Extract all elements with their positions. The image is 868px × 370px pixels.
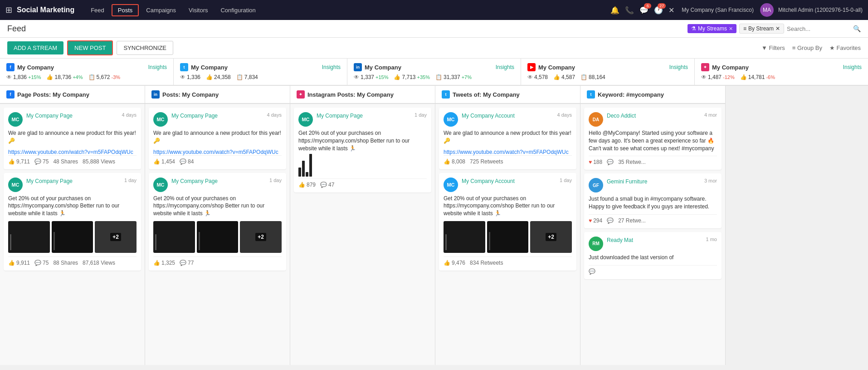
- post-time: 4 days: [122, 112, 137, 118]
- image-count-overlay: +2: [546, 233, 556, 241]
- post-likes: 👍 8,008: [444, 158, 465, 165]
- like-icon: 👍: [444, 260, 450, 266]
- post-likes: 👍 1,454: [153, 158, 175, 165]
- post-comments: 💬 75: [34, 260, 49, 266]
- nav-feed[interactable]: Feed: [85, 5, 110, 15]
- metric-value: 88,164: [589, 74, 605, 80]
- search-button[interactable]: 🔍: [853, 25, 861, 32]
- user-avatar[interactable]: MA: [760, 3, 774, 17]
- post-card-header: MC My Company Account 1 day: [444, 178, 572, 192]
- post-images: +2: [444, 221, 572, 253]
- stream-title: Posts: My Company: [162, 91, 219, 98]
- post-link[interactable]: https://www.youtube.com/watch?v=m5FAPOdq…: [444, 149, 569, 155]
- post-card: MC My Company Page 1 day Get 20% out of …: [149, 173, 286, 271]
- metric-value: 31,337: [444, 74, 460, 80]
- kw-author[interactable]: Deco Addict: [607, 113, 636, 119]
- post-time: 4 days: [267, 112, 282, 118]
- post-meta: My Company Page 1 day: [26, 178, 137, 184]
- metric-value: 7,834: [244, 74, 258, 80]
- post-image-2: [52, 221, 93, 253]
- stat-metric: 👍 24,358: [206, 74, 231, 80]
- close-icon[interactable]: ✕: [668, 6, 674, 15]
- post-author[interactable]: My Company Account: [462, 113, 515, 119]
- chart-bar: [298, 168, 301, 177]
- insights-link[interactable]: Insights: [843, 64, 862, 70]
- kw-comments: 💬: [607, 159, 614, 165]
- kw-author[interactable]: Gemini Furniture: [607, 178, 647, 185]
- insights-link[interactable]: Insights: [148, 64, 167, 70]
- post-link[interactable]: https://www.youtube.com/watch?v=m5FAPOdq…: [8, 149, 133, 155]
- filter-my-streams-close[interactable]: ✕: [729, 26, 733, 32]
- kw-stats: ♥ 188 💬 35 Retwe...: [589, 156, 717, 165]
- insights-link[interactable]: Insights: [322, 64, 341, 70]
- kw-content: Just downloaded the last version of: [589, 254, 717, 261]
- nav-configuration[interactable]: Configuration: [215, 5, 261, 15]
- stat-card-yt: ▶ My Company Insights 👁 4,578 👍 4,587 📋 …: [521, 59, 695, 85]
- filter-by-stream[interactable]: ≡ By Stream ✕: [739, 24, 784, 34]
- post-author[interactable]: My Company Page: [317, 113, 363, 119]
- post-image-overlay: +2: [95, 221, 137, 253]
- post-card: MC My Company Page 4 days We are glad to…: [4, 108, 141, 169]
- stream-body: MC My Company Page 4 days We are glad to…: [0, 104, 145, 365]
- nav-visitors[interactable]: Visitors: [183, 5, 213, 15]
- clock-icon[interactable]: 🕐 27: [654, 6, 663, 15]
- page-title: Feed: [7, 24, 684, 34]
- metric-icon: 👁: [354, 74, 359, 80]
- stream-platform-icon: t: [442, 90, 450, 99]
- metric-icon: 👍: [740, 74, 747, 80]
- post-author[interactable]: My Company Page: [26, 178, 73, 184]
- user-info[interactable]: Mitchell Admin (12002976-15-0-all): [778, 7, 863, 13]
- stat-metric: 📋 7,834: [236, 74, 258, 80]
- stat-metric: 👁 4,578: [527, 74, 548, 80]
- post-likes: 👍 1,325: [153, 260, 175, 266]
- nav-posts[interactable]: Posts: [112, 4, 139, 16]
- like-icon: 👍: [298, 182, 305, 188]
- metric-change: +7%: [462, 74, 472, 80]
- post-author[interactable]: My Company Page: [171, 178, 218, 184]
- filters-action[interactable]: ▼ Filters: [761, 44, 785, 51]
- chat-icon[interactable]: 💬 6: [639, 6, 649, 15]
- groupby-action[interactable]: ≡ Group By: [792, 44, 822, 51]
- post-time: 1 day: [124, 178, 137, 183]
- filter-my-streams[interactable]: ⚗ My Streams ✕: [688, 24, 736, 33]
- nav-campaigns[interactable]: Campaigns: [141, 5, 181, 15]
- new-post-button[interactable]: NEW POST: [67, 40, 113, 55]
- sync-button[interactable]: SYNCHRONIZE: [117, 41, 173, 55]
- search-input[interactable]: [787, 25, 850, 32]
- post-shares: 48 Shares: [53, 158, 78, 165]
- chart-bar: [309, 154, 312, 177]
- stream-platform-icon: t: [587, 90, 595, 99]
- comment-icon: 💬: [34, 260, 41, 266]
- bell-icon[interactable]: 🔔: [610, 6, 619, 15]
- stat-card-fb: f My Company Insights 👁 1,836 +15% 👍 18,…: [0, 59, 174, 85]
- post-card-header: MC My Company Page 1 day: [153, 178, 282, 192]
- post-author[interactable]: My Company Account: [462, 178, 515, 184]
- post-author[interactable]: My Company Page: [26, 113, 73, 119]
- add-stream-button[interactable]: ADD A STREAM: [7, 41, 63, 54]
- post-avatar: MC: [8, 112, 23, 127]
- action-right: ▼ Filters ≡ Group By ★ Favorites: [761, 44, 861, 51]
- kw-author[interactable]: Ready Mat: [607, 237, 633, 243]
- insights-link[interactable]: Insights: [669, 64, 688, 70]
- post-stats: 👍 879💬 47: [298, 178, 427, 188]
- post-link[interactable]: https://www.youtube.com/watch?v=m5FAPOdq…: [153, 149, 278, 155]
- metric-icon: 👁: [6, 74, 12, 80]
- post-avatar: MC: [444, 112, 458, 127]
- phone-icon[interactable]: 📞: [625, 6, 634, 15]
- stat-metric: 👁 1,487 -12%: [701, 74, 735, 80]
- filter-by-stream-close[interactable]: ✕: [775, 25, 780, 32]
- favorites-action[interactable]: ★ Favorites: [829, 44, 861, 51]
- metric-icon: 👍: [394, 74, 400, 80]
- post-shares: 834 Retweets: [470, 260, 503, 266]
- kw-avatar: GF: [589, 178, 603, 192]
- metric-value: 4,587: [561, 74, 575, 80]
- company-selector[interactable]: My Company (San Francisco): [682, 7, 754, 13]
- stat-card-ig: ✦ My Company Insights 👁 1,487 -12% 👍 14,…: [695, 59, 868, 85]
- app-grid-icon[interactable]: ⊞: [5, 5, 12, 15]
- post-views: 87,618 Views: [83, 260, 115, 266]
- post-author[interactable]: My Company Page: [171, 113, 218, 119]
- insights-link[interactable]: Insights: [496, 64, 514, 70]
- heart-icon: ♥: [589, 217, 592, 224]
- stream-col-tw-keyword: t Keyword: #mycompany DA Deco Addict 4 m…: [580, 86, 726, 365]
- stat-card-tw: t My Company Insights 👁 1,336 👍 24,358 📋…: [174, 59, 347, 85]
